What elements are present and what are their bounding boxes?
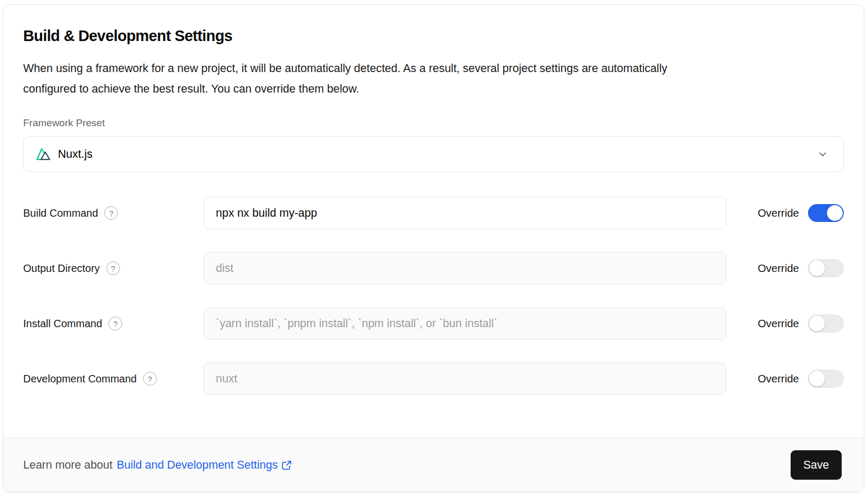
toggle-knob <box>809 371 825 387</box>
framework-preset-value: Nuxt.js <box>58 148 93 161</box>
learn-more-text: Learn more about Build and Development S… <box>23 459 292 472</box>
question-circle-icon[interactable]: ? <box>106 261 120 275</box>
toggle-knob <box>827 205 843 221</box>
settings-rows: Build Command ? Override Output Director… <box>23 197 844 395</box>
override-label: Override <box>757 262 799 275</box>
row-label-group: Development Command ? <box>23 372 204 386</box>
development-command-label: Development Command <box>23 373 137 385</box>
override-group: Override <box>757 204 844 222</box>
question-circle-icon[interactable]: ? <box>143 372 157 386</box>
card-footer: Learn more about Build and Development S… <box>3 438 864 492</box>
framework-preset-select[interactable]: Nuxt.js <box>23 136 844 172</box>
install-command-row: Install Command ? Override <box>23 307 844 340</box>
development-command-input[interactable] <box>204 362 726 395</box>
row-label-group: Build Command ? <box>23 206 204 220</box>
override-label: Override <box>757 372 799 385</box>
override-label: Override <box>757 207 799 219</box>
learn-more-prefix: Learn more about <box>23 459 113 472</box>
build-dev-settings-link[interactable]: Build and Development Settings <box>117 459 292 472</box>
settings-description: When using a framework for a new project… <box>23 58 844 99</box>
output-directory-label: Output Directory <box>23 262 100 275</box>
framework-preset-label: Framework Preset <box>23 117 844 129</box>
card-body: Build & Development Settings When using … <box>3 5 864 438</box>
build-command-input[interactable] <box>204 197 726 229</box>
override-group: Override <box>757 370 844 388</box>
override-group: Override <box>757 259 844 277</box>
output-directory-override-toggle[interactable] <box>808 259 844 277</box>
toggle-knob <box>809 316 825 331</box>
build-command-override-toggle[interactable] <box>808 204 844 222</box>
build-command-row: Build Command ? Override <box>23 197 844 229</box>
build-dev-settings-card: Build & Development Settings When using … <box>3 4 864 492</box>
external-link-icon <box>281 460 292 471</box>
install-command-label: Install Command <box>23 318 102 330</box>
save-button[interactable]: Save <box>791 450 842 480</box>
override-label: Override <box>757 317 799 330</box>
page-title: Build & Development Settings <box>23 27 844 45</box>
chevron-down-icon <box>817 148 829 160</box>
override-group: Override <box>757 315 844 332</box>
question-circle-icon[interactable]: ? <box>104 206 118 220</box>
row-label-group: Install Command ? <box>23 317 204 330</box>
row-label-group: Output Directory ? <box>23 261 204 275</box>
nuxtjs-logo-icon <box>36 147 51 161</box>
development-command-override-toggle[interactable] <box>808 370 844 388</box>
install-command-override-toggle[interactable] <box>808 315 844 332</box>
toggle-knob <box>809 260 825 276</box>
development-command-row: Development Command ? Override <box>23 362 844 395</box>
question-circle-icon[interactable]: ? <box>108 317 122 330</box>
install-command-input[interactable] <box>204 307 726 340</box>
output-directory-row: Output Directory ? Override <box>23 252 844 285</box>
build-command-label: Build Command <box>23 207 98 219</box>
learn-more-link-label: Build and Development Settings <box>117 459 278 472</box>
output-directory-input[interactable] <box>204 252 726 285</box>
